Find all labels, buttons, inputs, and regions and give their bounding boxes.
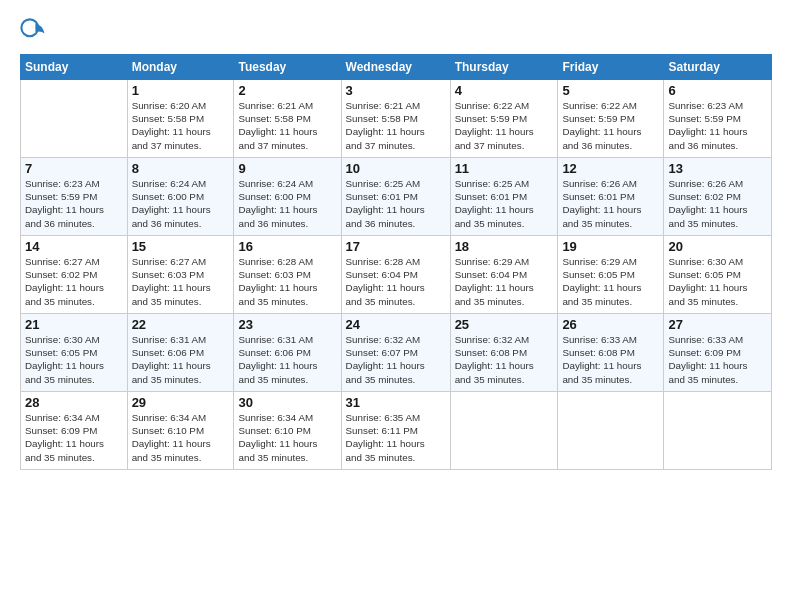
calendar-page: SundayMondayTuesdayWednesdayThursdayFrid… xyxy=(0,0,792,612)
day-info: Sunrise: 6:31 AMSunset: 6:06 PMDaylight:… xyxy=(132,333,230,386)
calendar-cell: 16Sunrise: 6:28 AMSunset: 6:03 PMDayligh… xyxy=(234,236,341,314)
calendar-cell: 1Sunrise: 6:20 AMSunset: 5:58 PMDaylight… xyxy=(127,80,234,158)
day-number: 8 xyxy=(132,161,230,176)
day-number: 10 xyxy=(346,161,446,176)
calendar-cell: 19Sunrise: 6:29 AMSunset: 6:05 PMDayligh… xyxy=(558,236,664,314)
calendar-header: SundayMondayTuesdayWednesdayThursdayFrid… xyxy=(21,55,772,80)
calendar-cell xyxy=(664,392,772,470)
day-number: 11 xyxy=(455,161,554,176)
calendar-cell: 6Sunrise: 6:23 AMSunset: 5:59 PMDaylight… xyxy=(664,80,772,158)
calendar-cell: 25Sunrise: 6:32 AMSunset: 6:08 PMDayligh… xyxy=(450,314,558,392)
calendar-cell: 31Sunrise: 6:35 AMSunset: 6:11 PMDayligh… xyxy=(341,392,450,470)
calendar-cell: 17Sunrise: 6:28 AMSunset: 6:04 PMDayligh… xyxy=(341,236,450,314)
day-info: Sunrise: 6:23 AMSunset: 5:59 PMDaylight:… xyxy=(668,99,767,152)
calendar-cell: 24Sunrise: 6:32 AMSunset: 6:07 PMDayligh… xyxy=(341,314,450,392)
day-info: Sunrise: 6:22 AMSunset: 5:59 PMDaylight:… xyxy=(562,99,659,152)
day-number: 18 xyxy=(455,239,554,254)
day-info: Sunrise: 6:34 AMSunset: 6:10 PMDaylight:… xyxy=(132,411,230,464)
calendar-cell: 2Sunrise: 6:21 AMSunset: 5:58 PMDaylight… xyxy=(234,80,341,158)
header xyxy=(20,18,772,46)
day-info: Sunrise: 6:34 AMSunset: 6:09 PMDaylight:… xyxy=(25,411,123,464)
day-info: Sunrise: 6:29 AMSunset: 6:05 PMDaylight:… xyxy=(562,255,659,308)
day-number: 6 xyxy=(668,83,767,98)
logo xyxy=(20,18,50,46)
day-info: Sunrise: 6:23 AMSunset: 5:59 PMDaylight:… xyxy=(25,177,123,230)
day-number: 12 xyxy=(562,161,659,176)
day-info: Sunrise: 6:21 AMSunset: 5:58 PMDaylight:… xyxy=(346,99,446,152)
day-info: Sunrise: 6:25 AMSunset: 6:01 PMDaylight:… xyxy=(346,177,446,230)
day-info: Sunrise: 6:34 AMSunset: 6:10 PMDaylight:… xyxy=(238,411,336,464)
logo-icon xyxy=(20,18,48,46)
day-info: Sunrise: 6:28 AMSunset: 6:03 PMDaylight:… xyxy=(238,255,336,308)
day-number: 13 xyxy=(668,161,767,176)
header-cell-saturday: Saturday xyxy=(664,55,772,80)
calendar-cell: 30Sunrise: 6:34 AMSunset: 6:10 PMDayligh… xyxy=(234,392,341,470)
calendar-cell: 29Sunrise: 6:34 AMSunset: 6:10 PMDayligh… xyxy=(127,392,234,470)
day-number: 30 xyxy=(238,395,336,410)
calendar-cell: 15Sunrise: 6:27 AMSunset: 6:03 PMDayligh… xyxy=(127,236,234,314)
day-info: Sunrise: 6:25 AMSunset: 6:01 PMDaylight:… xyxy=(455,177,554,230)
header-row: SundayMondayTuesdayWednesdayThursdayFrid… xyxy=(21,55,772,80)
day-number: 14 xyxy=(25,239,123,254)
day-number: 23 xyxy=(238,317,336,332)
calendar-cell: 12Sunrise: 6:26 AMSunset: 6:01 PMDayligh… xyxy=(558,158,664,236)
day-info: Sunrise: 6:33 AMSunset: 6:08 PMDaylight:… xyxy=(562,333,659,386)
day-info: Sunrise: 6:21 AMSunset: 5:58 PMDaylight:… xyxy=(238,99,336,152)
day-info: Sunrise: 6:32 AMSunset: 6:08 PMDaylight:… xyxy=(455,333,554,386)
day-info: Sunrise: 6:28 AMSunset: 6:04 PMDaylight:… xyxy=(346,255,446,308)
day-number: 27 xyxy=(668,317,767,332)
day-number: 9 xyxy=(238,161,336,176)
day-number: 22 xyxy=(132,317,230,332)
calendar-cell: 20Sunrise: 6:30 AMSunset: 6:05 PMDayligh… xyxy=(664,236,772,314)
header-cell-wednesday: Wednesday xyxy=(341,55,450,80)
calendar-cell: 27Sunrise: 6:33 AMSunset: 6:09 PMDayligh… xyxy=(664,314,772,392)
calendar-cell: 10Sunrise: 6:25 AMSunset: 6:01 PMDayligh… xyxy=(341,158,450,236)
calendar-cell: 22Sunrise: 6:31 AMSunset: 6:06 PMDayligh… xyxy=(127,314,234,392)
day-info: Sunrise: 6:20 AMSunset: 5:58 PMDaylight:… xyxy=(132,99,230,152)
calendar-cell: 8Sunrise: 6:24 AMSunset: 6:00 PMDaylight… xyxy=(127,158,234,236)
day-number: 17 xyxy=(346,239,446,254)
calendar-cell: 28Sunrise: 6:34 AMSunset: 6:09 PMDayligh… xyxy=(21,392,128,470)
day-number: 5 xyxy=(562,83,659,98)
day-number: 29 xyxy=(132,395,230,410)
calendar-cell: 23Sunrise: 6:31 AMSunset: 6:06 PMDayligh… xyxy=(234,314,341,392)
day-info: Sunrise: 6:33 AMSunset: 6:09 PMDaylight:… xyxy=(668,333,767,386)
calendar-cell xyxy=(21,80,128,158)
calendar-cell: 11Sunrise: 6:25 AMSunset: 6:01 PMDayligh… xyxy=(450,158,558,236)
calendar-cell: 13Sunrise: 6:26 AMSunset: 6:02 PMDayligh… xyxy=(664,158,772,236)
header-cell-friday: Friday xyxy=(558,55,664,80)
day-number: 31 xyxy=(346,395,446,410)
day-number: 7 xyxy=(25,161,123,176)
day-number: 1 xyxy=(132,83,230,98)
week-row-3: 14Sunrise: 6:27 AMSunset: 6:02 PMDayligh… xyxy=(21,236,772,314)
day-number: 21 xyxy=(25,317,123,332)
day-info: Sunrise: 6:31 AMSunset: 6:06 PMDaylight:… xyxy=(238,333,336,386)
day-number: 3 xyxy=(346,83,446,98)
week-row-4: 21Sunrise: 6:30 AMSunset: 6:05 PMDayligh… xyxy=(21,314,772,392)
calendar-body: 1Sunrise: 6:20 AMSunset: 5:58 PMDaylight… xyxy=(21,80,772,470)
week-row-2: 7Sunrise: 6:23 AMSunset: 5:59 PMDaylight… xyxy=(21,158,772,236)
day-info: Sunrise: 6:32 AMSunset: 6:07 PMDaylight:… xyxy=(346,333,446,386)
calendar-cell xyxy=(450,392,558,470)
calendar-cell: 4Sunrise: 6:22 AMSunset: 5:59 PMDaylight… xyxy=(450,80,558,158)
day-number: 2 xyxy=(238,83,336,98)
calendar-cell: 26Sunrise: 6:33 AMSunset: 6:08 PMDayligh… xyxy=(558,314,664,392)
day-info: Sunrise: 6:27 AMSunset: 6:02 PMDaylight:… xyxy=(25,255,123,308)
week-row-5: 28Sunrise: 6:34 AMSunset: 6:09 PMDayligh… xyxy=(21,392,772,470)
day-number: 20 xyxy=(668,239,767,254)
calendar-cell: 21Sunrise: 6:30 AMSunset: 6:05 PMDayligh… xyxy=(21,314,128,392)
day-info: Sunrise: 6:29 AMSunset: 6:04 PMDaylight:… xyxy=(455,255,554,308)
calendar-table: SundayMondayTuesdayWednesdayThursdayFrid… xyxy=(20,54,772,470)
day-number: 28 xyxy=(25,395,123,410)
calendar-cell: 3Sunrise: 6:21 AMSunset: 5:58 PMDaylight… xyxy=(341,80,450,158)
calendar-cell: 9Sunrise: 6:24 AMSunset: 6:00 PMDaylight… xyxy=(234,158,341,236)
day-number: 26 xyxy=(562,317,659,332)
day-info: Sunrise: 6:26 AMSunset: 6:01 PMDaylight:… xyxy=(562,177,659,230)
day-number: 19 xyxy=(562,239,659,254)
day-info: Sunrise: 6:30 AMSunset: 6:05 PMDaylight:… xyxy=(668,255,767,308)
day-info: Sunrise: 6:24 AMSunset: 6:00 PMDaylight:… xyxy=(132,177,230,230)
day-info: Sunrise: 6:30 AMSunset: 6:05 PMDaylight:… xyxy=(25,333,123,386)
calendar-cell: 18Sunrise: 6:29 AMSunset: 6:04 PMDayligh… xyxy=(450,236,558,314)
calendar-cell: 7Sunrise: 6:23 AMSunset: 5:59 PMDaylight… xyxy=(21,158,128,236)
day-number: 24 xyxy=(346,317,446,332)
